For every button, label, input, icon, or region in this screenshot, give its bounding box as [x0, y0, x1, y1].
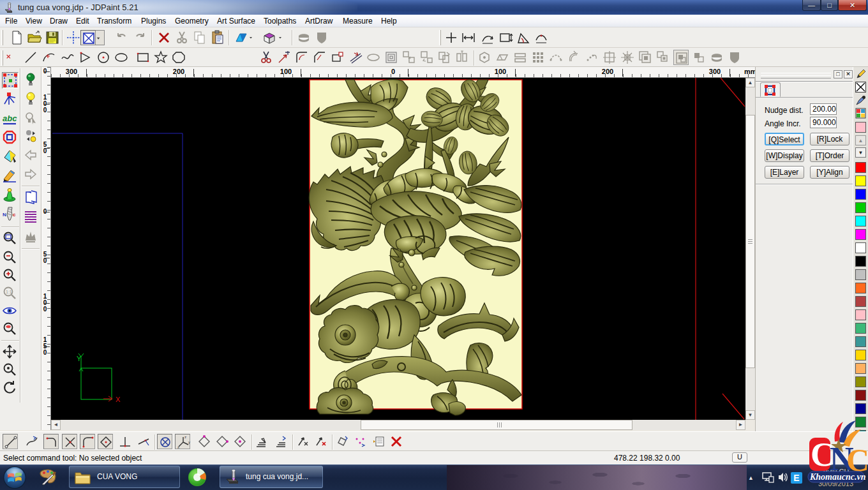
svg-text:N: N: [3, 212, 6, 218]
svg-text:Y: Y: [77, 355, 82, 362]
svg-text:x: x: [177, 445, 179, 449]
svg-text:z: z: [184, 435, 186, 439]
svg-text:abc: abc: [3, 114, 17, 123]
svg-text:X: X: [116, 396, 121, 403]
svg-text:c: c: [13, 212, 16, 218]
svg-text:Khomaucnc.vn: Khomaucnc.vn: [809, 472, 866, 482]
svg-text:1:1: 1:1: [6, 290, 12, 294]
svg-text:y: y: [188, 440, 190, 444]
